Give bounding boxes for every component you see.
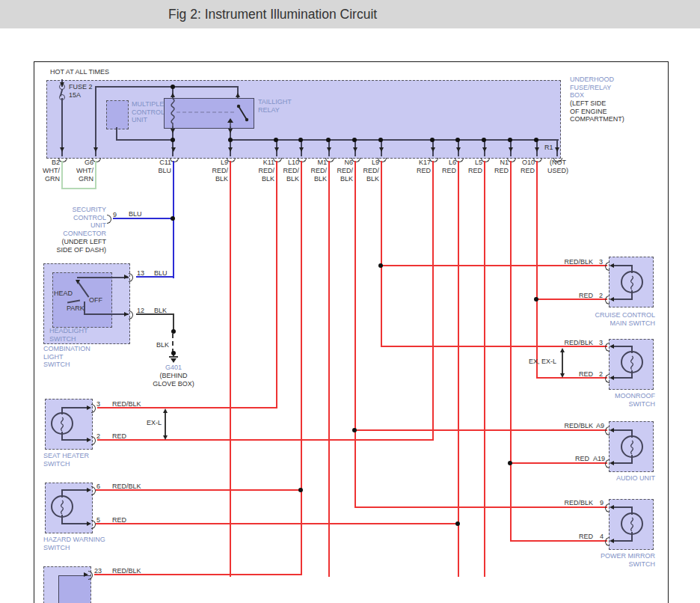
- connector-pin: L6: [434, 159, 456, 167]
- wire: [61, 439, 88, 441]
- wire: [611, 429, 633, 431]
- wire: [61, 489, 88, 491]
- junction-dot: [534, 138, 538, 142]
- wire-color: RED/ BLK: [201, 167, 228, 183]
- wire: [611, 346, 633, 347]
- wire-color: WHT/ GRN: [67, 167, 93, 183]
- arrow-icon: [171, 147, 176, 152]
- cruise-pin-bot: 2: [599, 292, 603, 300]
- underhood-box-name: UNDERHOOD FUSE/RELAY BOX: [570, 76, 614, 100]
- arrow-icon: [171, 93, 175, 97]
- cruise-wire-top: RED/BLK: [550, 258, 593, 266]
- arrow-icon: [228, 129, 233, 133]
- relay-internals-icon: [164, 98, 253, 127]
- headlight-pin-top: 13: [137, 269, 144, 278]
- security-wire-color: BLU: [129, 210, 142, 218]
- wire: [381, 161, 382, 347]
- junction-dot: [274, 138, 278, 142]
- pm-wire-top: RED/BLK: [550, 499, 593, 507]
- seat-heater-label: SEAT HEATER SWITCH: [43, 452, 89, 468]
- connector-pin: B2: [37, 159, 60, 167]
- wire: [432, 161, 434, 441]
- arrow-icon: [610, 505, 614, 509]
- hazard-pin-top: 6: [96, 483, 100, 491]
- ground-wire-color: BLK: [150, 341, 169, 349]
- connector-arc-icon: [605, 537, 610, 546]
- multiplex-label: MULTIPLEX CONTROL UNIT: [132, 100, 168, 124]
- connector-pin: L10: [277, 159, 299, 167]
- wire: [61, 407, 88, 408]
- junction-dot: [326, 138, 331, 142]
- arrow-icon: [610, 376, 614, 380]
- cruise-pin-top: 3: [599, 258, 603, 266]
- arrow-icon: [236, 93, 240, 97]
- wire: [61, 523, 88, 524]
- wire: [95, 86, 96, 156]
- connector-pin: K11: [252, 159, 274, 167]
- wire-color: RED: [455, 167, 482, 175]
- hazard-label: HAZARD WARNING SWITCH: [43, 536, 105, 551]
- arrow-icon: [163, 408, 168, 413]
- junction-dot: [298, 488, 303, 492]
- connector-arc-icon: [605, 343, 610, 352]
- wire: [301, 161, 302, 575]
- wire: [510, 161, 512, 542]
- switch-pos-head: HEAD: [54, 290, 73, 298]
- seat-heater-pin-top: 3: [96, 400, 100, 408]
- junction-dot: [455, 521, 460, 526]
- connector-arc-icon: [605, 459, 610, 468]
- ground-name: G401: [151, 364, 196, 372]
- connector-arc-icon: [605, 262, 610, 271]
- wire-color: RED: [508, 167, 535, 175]
- headlight-switch-label: HEADLIGHT SWITCH: [49, 327, 88, 343]
- connector-pin: C11: [149, 159, 171, 167]
- wire: [95, 161, 96, 189]
- arrow-icon: [509, 147, 513, 152]
- junction-dot: [534, 297, 538, 302]
- wire: [116, 139, 174, 141]
- headlight-pin-bot: 12: [137, 307, 144, 315]
- security-unit-name: SECURITY CONTROL UNIT CONNECTOR: [43, 206, 106, 237]
- arrow-icon: [353, 147, 357, 152]
- wire-color: RED: [404, 167, 431, 175]
- arrow-icon: [560, 348, 565, 352]
- combination-switch-label: COMBINATION LIGHT SWITCH: [43, 345, 90, 369]
- page-title: Fig 2: Instrument Illumination Circuit: [168, 7, 377, 22]
- arrow-icon: [274, 147, 279, 152]
- hazard-wire-top: RED/BLK: [112, 483, 141, 491]
- wire: [611, 540, 633, 542]
- wiring-diagram: Fig 2: Instrument Illumination Circuit H…: [0, 0, 700, 603]
- wire: [611, 377, 633, 379]
- junction-dot: [352, 138, 357, 142]
- arrow-icon: [163, 435, 168, 440]
- wire: [61, 161, 63, 189]
- audio-wire-top: RED/BLK: [550, 422, 593, 430]
- wire: [276, 161, 277, 408]
- wire: [484, 161, 485, 577]
- arrow-icon: [610, 297, 614, 302]
- trim-label: EX-L: [132, 419, 162, 427]
- connector-pin: M1: [304, 159, 327, 167]
- arrow-icon: [456, 147, 461, 152]
- partial-component-inner: [58, 575, 90, 603]
- wire: [458, 161, 459, 577]
- wire-color: RED/ BLK: [248, 167, 274, 183]
- arrow-icon: [228, 147, 233, 152]
- trim-arrow: [562, 350, 563, 376]
- trim-arrow: [165, 411, 166, 437]
- fuse-label: FUSE 2 15A: [69, 83, 93, 99]
- arrow-icon: [610, 461, 614, 465]
- arrow-icon: [60, 82, 64, 87]
- pm-label: POWER MIRROR SWITCH: [592, 552, 655, 568]
- security-unit-location: (UNDER LEFT SIDE OF DASH): [43, 238, 106, 254]
- wire: [61, 188, 96, 189]
- moonroof-label: MOONROOF SWITCH: [592, 392, 655, 408]
- arrow-icon: [610, 539, 614, 543]
- wire: [611, 265, 633, 266]
- seat-heater-wire-top: RED/BLK: [112, 400, 141, 408]
- junction-dot: [508, 138, 512, 142]
- arrow-icon: [93, 147, 98, 152]
- underhood-box-location: (LEFT SIDE OF ENGINE COMPARTMENT): [570, 100, 624, 123]
- connector-arc-icon: [605, 426, 610, 435]
- arrow-icon: [560, 373, 565, 378]
